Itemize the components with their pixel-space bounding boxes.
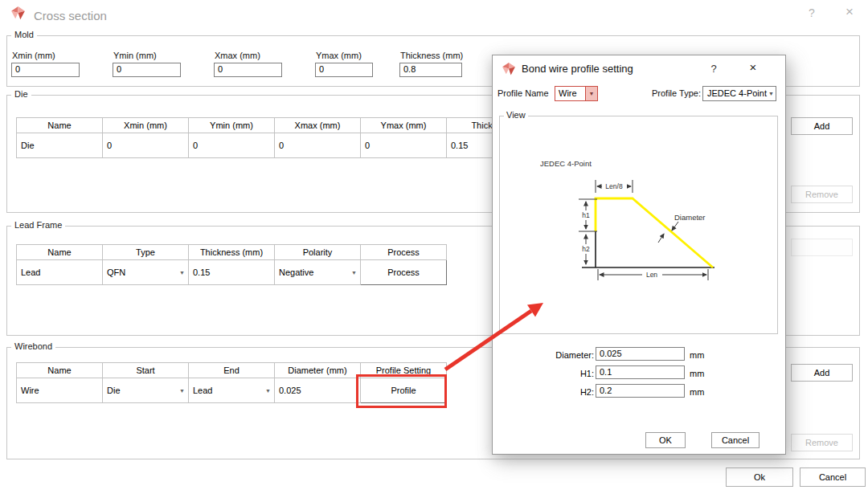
- die-col-ymax: Ymax (mm): [361, 118, 447, 133]
- dialog-help-button[interactable]: ?: [706, 63, 721, 75]
- dialog-close-button[interactable]: ×: [745, 60, 761, 74]
- die-table-header: Name Xmin (mm) Ymin (mm) Xmax (mm) Ymax …: [17, 118, 559, 133]
- die-xmax-cell[interactable]: 0: [275, 133, 361, 158]
- wirebond-start-value: Die: [107, 386, 121, 395]
- wirebond-start-combo[interactable]: Die ▼: [103, 378, 189, 403]
- wirebond-end-combo[interactable]: Lead ▼: [189, 378, 275, 403]
- dialog-ok-button[interactable]: OK: [645, 432, 686, 448]
- die-xmin-cell[interactable]: 0: [103, 133, 189, 158]
- dialog-cancel-button[interactable]: Cancel: [711, 432, 760, 448]
- wirebond-add-button[interactable]: Add: [791, 364, 853, 382]
- h1-param-input[interactable]: 0.1: [596, 365, 685, 379]
- dim-len-label: Len: [646, 271, 657, 279]
- die-table-row: Die 0 0 0 0 0.15: [17, 133, 559, 158]
- die-add-button[interactable]: Add: [791, 117, 853, 135]
- profile-type-label: Profile Type:: [652, 88, 701, 98]
- mold-ymin-input[interactable]: 0: [113, 63, 181, 77]
- dim-diameter-label: Diameter: [674, 213, 706, 222]
- process-button[interactable]: Process: [361, 260, 447, 285]
- mold-thickness-label: Thickness (mm): [400, 51, 463, 60]
- wirebond-col-start: Start: [103, 363, 189, 378]
- die-col-name: Name: [17, 118, 103, 133]
- wirebond-col-end: End: [189, 363, 275, 378]
- view-group-title: View: [504, 110, 528, 120]
- die-remove-button[interactable]: Remove: [791, 186, 853, 203]
- mold-ymax-input[interactable]: 0: [315, 63, 373, 77]
- dim-h2-label: h2: [582, 245, 590, 253]
- chevron-down-icon: ▼: [179, 270, 185, 276]
- leadframe-type-value: QFN: [107, 267, 125, 277]
- dim-h1-label: h1: [582, 211, 590, 219]
- die-ymin-cell[interactable]: 0: [189, 133, 275, 158]
- wirebond-end-value: Lead: [193, 386, 212, 395]
- chevron-down-icon: ▼: [585, 87, 597, 100]
- diagram-title: JEDEC 4-Point: [540, 159, 592, 168]
- mold-ymin-label: Ymin (mm): [113, 51, 157, 60]
- mold-xmax-label: Xmax (mm): [215, 51, 260, 60]
- die-group-title: Die: [11, 89, 31, 99]
- cancel-button[interactable]: Cancel: [800, 467, 866, 487]
- leadframe-thickness-cell[interactable]: 0.15: [189, 260, 275, 285]
- mold-xmin-input[interactable]: 0: [11, 63, 80, 77]
- wirebond-diameter-cell[interactable]: 0.025: [275, 378, 361, 403]
- mold-ymax-label: Ymax (mm): [316, 51, 362, 60]
- diameter-param-input[interactable]: 0.025: [596, 347, 685, 361]
- h2-param-unit: mm: [690, 387, 704, 397]
- leadframe-col-name: Name: [17, 245, 103, 260]
- profile-name-combo[interactable]: Wire ▼: [555, 86, 598, 101]
- profile-name-value: Wire: [555, 87, 585, 100]
- h1-param-label: H1:: [525, 369, 594, 378]
- bond-wire-profile-dialog: Bond wire profile setting ? × Profile Na…: [492, 55, 786, 455]
- window-title: Cross section: [34, 9, 107, 22]
- wire-profile-diagram: JEDEC 4-Point Len/8 h1 h2 Diameter: [500, 116, 777, 333]
- window-help-button[interactable]: ?: [804, 6, 820, 19]
- profile-type-combo[interactable]: JEDEC 4-Point ▼: [702, 86, 776, 101]
- die-col-xmax: Xmax (mm): [275, 118, 361, 133]
- ok-button[interactable]: Ok: [726, 467, 793, 487]
- diameter-param-label: Diameter:: [525, 350, 594, 360]
- mold-thickness-input[interactable]: 0.8: [399, 63, 462, 77]
- dialog-title: Bond wire profile setting: [522, 63, 633, 75]
- app-logo-icon: [10, 6, 26, 21]
- leadframe-name-cell[interactable]: Lead: [17, 260, 103, 285]
- leadframe-col-thickness: Thickness (mm): [189, 245, 275, 260]
- window-close-button[interactable]: ×: [841, 4, 858, 20]
- chevron-down-icon: ▼: [351, 270, 357, 276]
- app-logo-icon: [502, 62, 516, 76]
- leadframe-type-combo[interactable]: QFN ▼: [103, 260, 189, 285]
- view-group: View JEDEC 4-Point Len/8: [499, 116, 778, 334]
- wire-profile-path: [596, 198, 713, 267]
- leadframe-add-button-obscured[interactable]: [791, 239, 853, 256]
- leadframe-table-header: Name Type Thickness (mm) Polarity Proces…: [17, 245, 447, 260]
- wirebond-remove-button[interactable]: Remove: [791, 434, 853, 451]
- dim-len8-label: Len/8: [605, 182, 623, 190]
- diameter-param-unit: mm: [690, 350, 704, 360]
- leadframe-table: Name Type Thickness (mm) Polarity Proces…: [16, 244, 447, 285]
- leadframe-polarity-value: Negative: [279, 267, 313, 277]
- mold-xmin-label: Xmin (mm): [12, 51, 55, 60]
- die-name-cell[interactable]: Die: [17, 133, 103, 158]
- die-table: Name Xmin (mm) Ymin (mm) Xmax (mm) Ymax …: [16, 117, 559, 158]
- profile-highlight-rectangle: [356, 374, 447, 408]
- leadframe-col-process: Process: [361, 245, 447, 260]
- wirebond-col-name: Name: [17, 363, 103, 378]
- h1-param-unit: mm: [690, 369, 704, 378]
- profile-name-label: Profile Name: [497, 88, 549, 98]
- chevron-down-icon: ▼: [179, 388, 185, 394]
- h2-param-label: H2:: [525, 387, 594, 397]
- die-ymax-cell[interactable]: 0: [361, 133, 447, 158]
- mold-xmax-input[interactable]: 0: [214, 63, 282, 77]
- leadframe-table-row: Lead QFN ▼ 0.15 Negative ▼ Process: [17, 260, 447, 285]
- chevron-down-icon: ▼: [767, 87, 776, 100]
- leadframe-group-title: Lead Frame: [11, 220, 65, 230]
- h2-param-input[interactable]: 0.2: [596, 384, 685, 398]
- wirebond-name-cell[interactable]: Wire: [17, 378, 103, 403]
- profile-type-value: JEDEC 4-Point: [703, 87, 767, 100]
- leadframe-col-polarity: Polarity: [275, 245, 361, 260]
- leadframe-polarity-combo[interactable]: Negative ▼: [275, 260, 361, 285]
- mold-group-title: Mold: [11, 30, 37, 39]
- chevron-down-icon: ▼: [265, 388, 271, 394]
- die-col-xmin: Xmin (mm): [103, 118, 189, 133]
- die-col-ymin: Ymin (mm): [189, 118, 275, 133]
- wirebond-group-title: Wirebond: [11, 341, 55, 351]
